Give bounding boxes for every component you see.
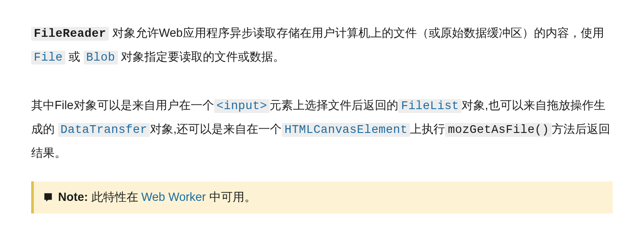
- link-htmlcanvaselement[interactable]: HTMLCanvasElement: [282, 123, 410, 137]
- text-fragment: 中可用。: [206, 191, 256, 204]
- code-mozgetasfile: mozGetAsFile(): [445, 123, 552, 137]
- code-filereader: FileReader: [31, 27, 109, 41]
- link-filelist[interactable]: FileList: [398, 99, 462, 113]
- text-fragment: 对象指定要读取的文件或数据。: [118, 50, 285, 63]
- link-input-element[interactable]: <input>: [214, 99, 270, 113]
- text-fragment: 元素上选择文件后返回的: [270, 99, 398, 112]
- note-text: Note: 此特性在 Web Worker 中可用。: [58, 189, 256, 206]
- link-file[interactable]: File: [31, 51, 65, 65]
- text-fragment: 或: [65, 50, 84, 63]
- text-fragment: 对象,还可以是来自在一个: [150, 123, 282, 136]
- paragraph-detail: 其中File对象可以是来自用户在一个<input>元素上选择文件后返回的File…: [31, 94, 613, 164]
- note-label: Note:: [58, 191, 88, 204]
- text-fragment: 上执行: [410, 123, 445, 136]
- link-blob[interactable]: Blob: [84, 51, 118, 65]
- link-datatransfer[interactable]: DataTransfer: [58, 123, 150, 137]
- note-icon: [42, 192, 54, 203]
- text-fragment: 其中File对象可以是来自用户在一个: [31, 99, 214, 112]
- link-web-worker[interactable]: Web Worker: [141, 191, 206, 204]
- watermark: 头条 @开发指南: [511, 248, 600, 252]
- text-fragment: 对象允许Web应用程序异步读取存储在用户计算机上的文件（或原始数据缓冲区）的内容…: [109, 26, 604, 39]
- text-fragment: 此特性在: [88, 191, 141, 204]
- note-callout: Note: 此特性在 Web Worker 中可用。: [31, 181, 613, 213]
- paragraph-intro: FileReader 对象允许Web应用程序异步读取存储在用户计算机上的文件（或…: [31, 22, 613, 69]
